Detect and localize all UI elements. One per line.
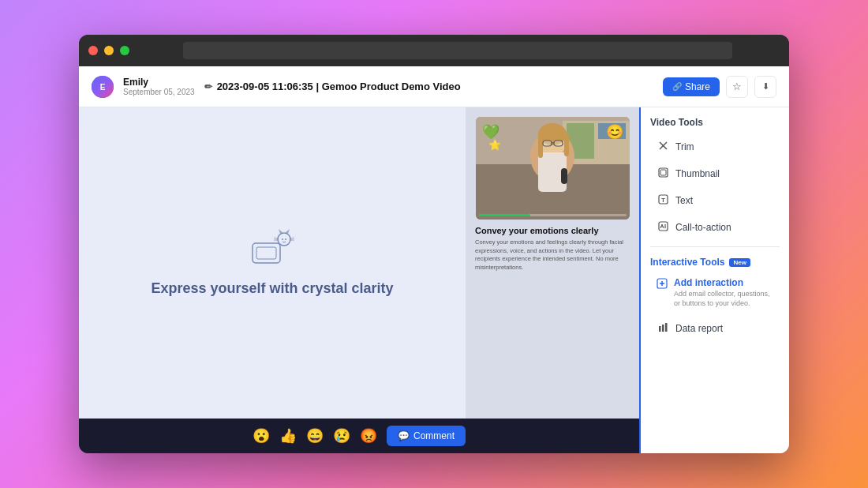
main-area: Express yourself with crystal clarity: [79, 107, 789, 453]
slide-content-desc: Convey your emotions and feelings clearl…: [475, 238, 630, 272]
add-interaction-text: Add interaction Add email collector, que…: [674, 277, 773, 308]
user-info: Emily September 05, 2023: [123, 77, 195, 96]
cat-illustration: [249, 227, 296, 270]
sidebar: Video Tools Trim: [639, 107, 789, 453]
svg-point-4: [278, 233, 290, 246]
title-bar: [79, 35, 789, 66]
svg-rect-3: [256, 247, 276, 259]
sidebar-item-trim[interactable]: Trim: [650, 136, 780, 158]
url-bar[interactable]: [183, 42, 732, 59]
svg-rect-22: [538, 134, 543, 158]
svg-rect-40: [659, 326, 661, 332]
trim-icon: [657, 141, 669, 153]
emoji-smile-icon: 😊: [606, 123, 623, 141]
app-content: E Emily September 05, 2023 ✏ 2023-09-05 …: [79, 66, 789, 453]
interactive-tools-header: Interactive Tools New: [650, 257, 780, 268]
video-thumbnail: 💚 ⭐ 😊: [476, 117, 630, 220]
reaction-surprised[interactable]: 😮: [253, 427, 270, 445]
svg-marker-6: [285, 229, 290, 234]
slide-right: 💚 ⭐ 😊 Convey your emotions clearly Conve…: [466, 107, 639, 419]
user-name: Emily: [123, 77, 195, 88]
download-button[interactable]: ⬇: [754, 76, 776, 98]
data-report-label: Data report: [675, 323, 723, 334]
svg-rect-27: [561, 168, 567, 184]
app-header: E Emily September 05, 2023 ✏ 2023-09-05 …: [79, 66, 789, 107]
share-button[interactable]: 🔗 Share: [663, 77, 720, 96]
star-icon: ☆: [732, 81, 742, 92]
svg-point-8: [285, 238, 286, 240]
comment-icon: 💬: [398, 430, 410, 441]
sidebar-item-add-interaction[interactable]: Add interaction Add email collector, que…: [650, 272, 780, 313]
app-window: E Emily September 05, 2023 ✏ 2023-09-05 …: [79, 35, 789, 453]
video-section: Express yourself with crystal clarity: [79, 107, 639, 453]
svg-rect-24: [543, 141, 552, 146]
header-actions: 🔗 Share ☆ ⬇: [663, 76, 776, 98]
sidebar-item-text[interactable]: T Text: [650, 190, 780, 212]
share-label: Share: [685, 81, 710, 92]
maximize-button[interactable]: [120, 46, 129, 55]
video-title: 2023-09-05 11:06:35 | Gemoo Product Demo…: [217, 81, 461, 92]
progress-fill: [479, 214, 530, 216]
svg-text:E: E: [100, 83, 106, 92]
video-player: Express yourself with crystal clarity: [79, 107, 639, 419]
svg-point-7: [282, 238, 283, 240]
emoji-star-green-icon: 💚: [482, 123, 499, 141]
sidebar-item-cta[interactable]: Call-to-action: [650, 216, 780, 238]
svg-rect-23: [564, 134, 569, 156]
slide-content-title: Convey your emotions clearly: [475, 226, 630, 235]
share-icon: 🔗: [672, 82, 682, 91]
video-bottom-bar: 😮 👍 😄 😢 😡 💬 Comment: [79, 419, 639, 453]
add-interaction-icon: [657, 278, 668, 291]
text-label: Text: [675, 195, 693, 206]
slide-content: Convey your emotions clearly Convey your…: [475, 226, 630, 272]
sidebar-divider: [650, 246, 780, 247]
reaction-happy[interactable]: 😄: [306, 427, 324, 445]
svg-marker-5: [279, 229, 283, 234]
interactive-tools-title: Interactive Tools: [650, 257, 724, 268]
sidebar-item-thumbnail[interactable]: Thumbnail: [650, 163, 780, 185]
thumbnail-icon: [657, 167, 669, 180]
svg-rect-42: [665, 323, 668, 332]
add-interaction-label: Add interaction: [674, 277, 773, 288]
edit-icon: ✏: [204, 81, 212, 92]
comment-label: Comment: [413, 430, 455, 441]
download-icon: ⬇: [762, 81, 769, 92]
svg-rect-31: [660, 170, 666, 175]
minimize-button[interactable]: [104, 46, 114, 55]
user-date: September 05, 2023: [123, 88, 195, 96]
slide-left: Express yourself with crystal clarity: [79, 107, 466, 419]
svg-rect-25: [554, 141, 563, 146]
comment-button[interactable]: 💬 Comment: [387, 426, 466, 446]
reaction-angry[interactable]: 😡: [360, 427, 377, 445]
cta-icon: [657, 221, 669, 234]
video-tools-title: Video Tools: [650, 117, 780, 128]
video-progress-bar[interactable]: [479, 214, 627, 216]
sidebar-item-data-report[interactable]: Data report: [650, 317, 780, 340]
reaction-sad[interactable]: 😢: [333, 427, 350, 445]
thumbnail-label: Thumbnail: [675, 168, 720, 179]
slide-text: Express yourself with crystal clarity: [151, 280, 393, 298]
add-interaction-desc: Add email collector, questions, or butto…: [674, 290, 773, 308]
avatar: E: [92, 76, 114, 98]
close-button[interactable]: [88, 46, 98, 55]
text-icon: T: [657, 194, 669, 207]
cta-label: Call-to-action: [675, 222, 731, 233]
data-report-icon: [657, 322, 669, 335]
reaction-thumbsup[interactable]: 👍: [279, 427, 297, 445]
svg-text:T: T: [661, 197, 665, 204]
svg-rect-41: [662, 325, 664, 332]
star-button[interactable]: ☆: [726, 76, 748, 98]
new-badge: New: [729, 258, 750, 267]
header-title: ✏ 2023-09-05 11:06:35 | Gemoo Product De…: [204, 81, 653, 92]
trim-label: Trim: [675, 141, 694, 152]
